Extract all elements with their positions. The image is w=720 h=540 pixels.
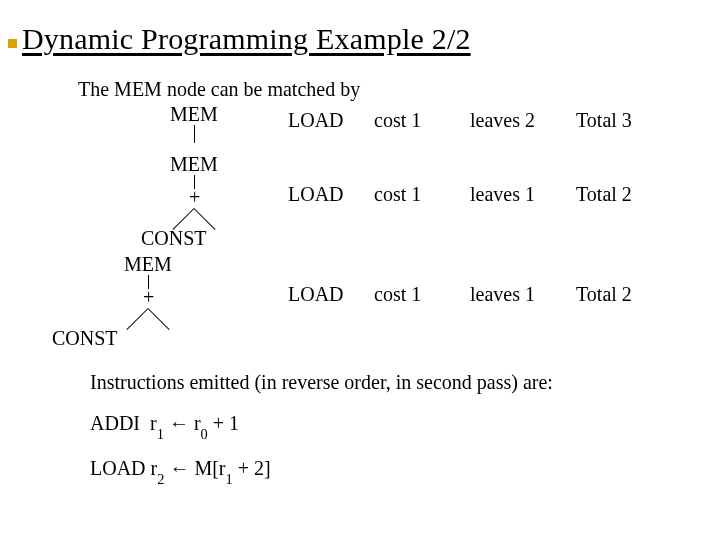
instr-op: ADDI [90, 412, 140, 434]
tree-stem [194, 125, 195, 143]
op-label: LOAD [288, 103, 368, 132]
intro-text: The MEM node can be matched by [78, 78, 698, 101]
title-bullet [8, 39, 17, 48]
tree-diagram: MEM [22, 103, 282, 153]
instr-dst-sub: 1 [157, 426, 164, 442]
op-label: LOAD [288, 253, 368, 306]
instr-op: LOAD [90, 457, 146, 479]
instr-dst-pre: r [150, 412, 157, 434]
instr-src-pre: r [194, 412, 201, 434]
instr-src-sub: 1 [226, 471, 233, 487]
example-row: MEM LOAD cost 1 leaves 2 Total 3 [22, 103, 698, 153]
cost-label: cost 1 [374, 103, 464, 132]
emitted-caption: Instructions emitted (in reverse order, … [90, 371, 698, 394]
example-row: MEM + CONST LOAD cost 1 leaves 1 Total 2 [22, 153, 698, 253]
tree-plus-label: + [189, 186, 200, 209]
tree-root-label: MEM [170, 103, 218, 126]
tree-root-label: MEM [170, 153, 218, 176]
instruction-line: LOAD r2 ← M[r1 + 2] [90, 457, 698, 484]
total-label: Total 2 [576, 153, 666, 206]
arrow-icon: ← [169, 457, 189, 479]
tree-diagram: MEM + CONST [22, 253, 282, 353]
slide-title: Dynamic Programming Example 2/2 [22, 22, 698, 56]
slide: Dynamic Programming Example 2/2 The MEM … [0, 0, 720, 540]
tree-plus-label: + [143, 286, 154, 309]
instr-dst-sub: 2 [157, 471, 164, 487]
tree-root-label: MEM [124, 253, 172, 276]
cost-label: cost 1 [374, 253, 464, 306]
example-row: MEM + CONST LOAD cost 1 leaves 1 Total 2 [22, 253, 698, 353]
slide-body: The MEM node can be matched by MEM LOAD … [22, 78, 698, 484]
total-label: Total 2 [576, 253, 666, 306]
op-label: LOAD [288, 153, 368, 206]
instr-tail: + 2] [233, 457, 271, 479]
cost-label: cost 1 [374, 153, 464, 206]
tree-diagram: MEM + CONST [22, 153, 282, 253]
tree-leaf-label: CONST [52, 327, 118, 350]
tree-leaf-label: CONST [141, 227, 207, 250]
tree-branch-right [148, 308, 170, 330]
instr-src-sub: 0 [201, 426, 208, 442]
arrow-icon: ← [169, 412, 189, 434]
leaves-label: leaves 1 [470, 253, 570, 306]
tree-branch-left [126, 308, 148, 330]
instr-tail: + 1 [208, 412, 239, 434]
leaves-label: leaves 2 [470, 103, 570, 132]
instruction-line: ADDI r1 ← r0 + 1 [90, 412, 698, 439]
leaves-label: leaves 1 [470, 153, 570, 206]
instr-src-pre: M[r [194, 457, 225, 479]
total-label: Total 3 [576, 103, 666, 132]
examples: MEM LOAD cost 1 leaves 2 Total 3 MEM + C… [22, 103, 698, 353]
